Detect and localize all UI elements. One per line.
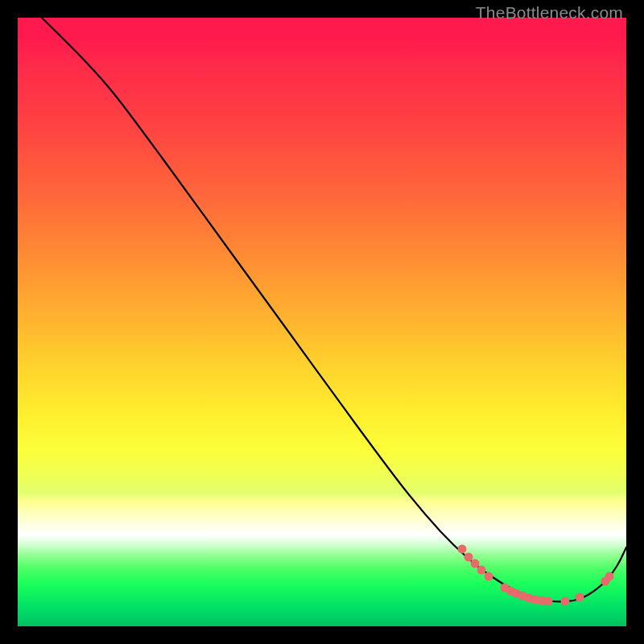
bottleneck-curve (42, 18, 626, 601)
data-dot (544, 597, 553, 606)
data-dot (458, 545, 467, 554)
chart-svg (18, 18, 626, 626)
data-dot (485, 572, 493, 581)
data-dots (458, 545, 614, 606)
chart-frame: TheBottleneck.com (0, 0, 644, 644)
data-dot (561, 597, 570, 606)
watermark-text: TheBottleneck.com (476, 3, 623, 23)
plot-area (18, 18, 626, 626)
data-dot (605, 572, 614, 581)
data-dot (576, 593, 584, 602)
data-dot (471, 559, 480, 568)
data-dot (464, 553, 473, 562)
data-dot (477, 566, 486, 575)
